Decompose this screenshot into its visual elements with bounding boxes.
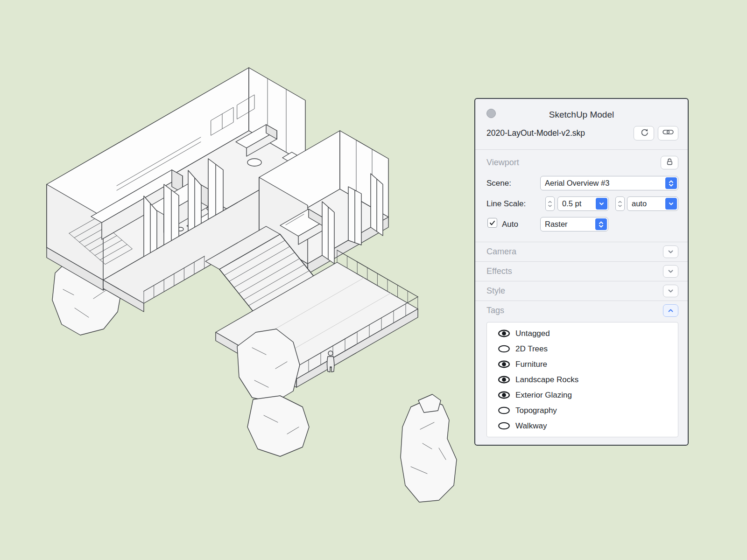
render-mode-value: Raster <box>541 220 594 229</box>
tag-row-topography[interactable]: Topography <box>487 403 678 418</box>
chevron-down-icon <box>668 289 674 293</box>
eye-visibility-icon[interactable] <box>497 360 510 369</box>
camera-section-label: Camera <box>486 247 663 257</box>
eye-visibility-icon[interactable] <box>497 329 510 338</box>
eye-visibility-icon[interactable] <box>497 391 510 399</box>
eye-visibility-icon[interactable] <box>497 421 510 430</box>
chevron-down-icon <box>668 250 674 254</box>
section-tags[interactable]: Tags <box>475 301 688 320</box>
chevron-up-down-icon <box>598 220 604 229</box>
line-scale-value: 0.5 pt <box>558 199 595 208</box>
tag-row-exterior-glazing[interactable]: Exterior Glazing <box>487 387 678 403</box>
chevron-up-icon <box>668 308 674 313</box>
chevron-up-down-icon <box>668 179 674 188</box>
chevron-down-icon <box>599 202 605 206</box>
viewport-section-label: Viewport <box>486 158 661 168</box>
checkmark-icon <box>489 220 495 226</box>
tag-row-landscape-rocks[interactable]: Landscape Rocks <box>487 372 678 387</box>
auto-checkbox[interactable] <box>487 218 497 228</box>
tag-row-2d-trees[interactable]: 2D Trees <box>487 341 678 357</box>
eye-visibility-icon[interactable] <box>497 344 510 353</box>
style-expand-button[interactable] <box>663 285 678 297</box>
model-filename: 2020-LayOut-Model-v2.skp <box>486 128 630 138</box>
link-reference-button[interactable] <box>658 126 678 140</box>
scene-spinner[interactable] <box>665 177 677 189</box>
lock-icon <box>666 158 674 168</box>
line-scale-stepper[interactable] <box>545 196 555 211</box>
tag-row-untagged[interactable]: Untagged <box>487 326 678 341</box>
render-mode-spinner[interactable] <box>595 218 607 230</box>
camera-expand-button[interactable] <box>663 245 678 258</box>
tag-label: Untagged <box>515 329 550 338</box>
style-section-label: Style <box>486 286 663 296</box>
tag-label: Landscape Rocks <box>515 375 578 385</box>
scene-label: Scene: <box>486 179 511 188</box>
viewport-lock-button[interactable] <box>661 156 678 169</box>
model-viewport-drawing <box>0 0 472 560</box>
chevron-down-icon <box>668 202 674 206</box>
sketchup-model-panel: SketchUp Model 2020-LayOut-Model-v2.skp … <box>474 98 689 446</box>
link-icon <box>662 129 674 137</box>
tag-label: Exterior Glazing <box>515 391 572 400</box>
stepper-down-icon <box>548 204 552 207</box>
tag-row-walkway[interactable]: Walkway <box>487 418 678 434</box>
effects-expand-button[interactable] <box>663 265 678 278</box>
chevron-down-icon <box>668 269 674 273</box>
stepper-up-icon <box>618 201 622 203</box>
refresh-model-button[interactable] <box>634 126 654 140</box>
line-scale-mode-value: auto <box>627 199 664 208</box>
tags-list: Untagged 2D Trees Furniture Landscape Ro… <box>486 322 678 437</box>
tag-label: Topography <box>515 406 557 415</box>
render-mode-dropdown[interactable]: Raster <box>540 217 608 231</box>
rock-right <box>401 394 457 502</box>
house-model-svg <box>0 0 472 560</box>
panel-title: SketchUp Model <box>475 110 688 120</box>
refresh-icon <box>640 128 648 139</box>
section-style[interactable]: Style <box>475 281 688 301</box>
eye-visibility-icon[interactable] <box>497 375 510 384</box>
tag-label: Walkway <box>515 421 547 431</box>
scene-dropdown[interactable]: Aerial Overview #3 <box>540 176 678 190</box>
auto-checkbox-label: Auto <box>502 220 518 229</box>
stepper-down-icon <box>618 204 622 207</box>
line-scale-value-dropdown[interactable]: 0.5 pt <box>557 196 609 211</box>
divider <box>475 149 688 150</box>
tag-label: Furniture <box>515 360 547 369</box>
tag-label: 2D Trees <box>515 344 548 354</box>
line-scale-mode-dropdown[interactable]: auto <box>627 196 678 211</box>
stepper-up-icon <box>548 201 552 203</box>
line-scale-label: Line Scale: <box>486 199 526 209</box>
tag-row-furniture[interactable]: Furniture <box>487 357 678 372</box>
line-scale-chevron[interactable] <box>596 198 607 210</box>
tags-collapse-button[interactable] <box>663 304 678 317</box>
section-camera[interactable]: Camera <box>475 242 688 261</box>
line-scale-mode-chevron[interactable] <box>665 198 677 210</box>
effects-section-label: Effects <box>486 266 663 276</box>
line-scale-mode-stepper[interactable] <box>615 196 625 211</box>
scene-value: Aerial Overview #3 <box>541 179 664 188</box>
section-effects[interactable]: Effects <box>475 261 688 281</box>
eye-visibility-icon[interactable] <box>497 406 510 415</box>
tags-section-label: Tags <box>486 306 663 315</box>
